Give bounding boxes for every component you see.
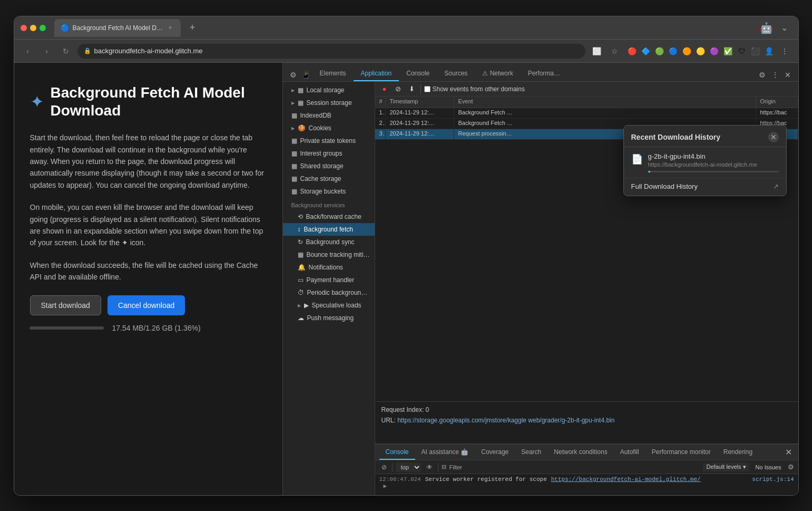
ext-icon-11[interactable]: 👤 (764, 45, 775, 57)
devtools-more-icon[interactable]: ⋮ (769, 69, 781, 81)
tab-application[interactable]: Application (354, 66, 399, 81)
forward-button[interactable]: › (40, 44, 54, 59)
full-history-link[interactable]: Full Download History (631, 182, 698, 190)
sidebar-item-cookies[interactable]: ▶ 🍪 Cookies (283, 122, 375, 134)
sidebar-item-local-storage[interactable]: ▶ ▦ Local storage (283, 84, 375, 97)
extension-icons: 🔴 🔷 🟢 🔵 🟠 🟡 🟣 ✅ 🛡 ⬛ 👤 ⋮ (627, 44, 792, 59)
devtools-sidebar: ▶ ▦ Local storage ▶ ▦ Session storage ▦ … (283, 82, 375, 496)
sidebar-item-shared-storage[interactable]: ▦ Shared storage (283, 160, 375, 172)
checkbox-text: Show events from other domains (433, 85, 525, 93)
context-selector[interactable]: top (396, 462, 421, 472)
sidebar-label: Periodic backgroun… (307, 289, 368, 296)
sidebar-item-bounce-tracking[interactable]: ▦ Bounce tracking miti… (283, 248, 375, 261)
browser-tab[interactable]: 🔵 Background Fetch AI Model D… × (54, 19, 181, 37)
ext-icon-10[interactable]: ⬛ (750, 45, 761, 57)
sidebar-item-background-sync[interactable]: ↻ Background sync (283, 236, 375, 248)
sidebar-item-session-storage[interactable]: ▶ ▦ Session storage (283, 97, 375, 109)
devtools-settings-icon[interactable]: ⚙ (287, 69, 300, 81)
row-event: Background Fetch … (454, 108, 756, 118)
sidebar-item-periodic-background[interactable]: ⏱ Periodic backgroun… (283, 286, 375, 299)
ext-icon-6[interactable]: 🟡 (695, 45, 707, 57)
expand-button[interactable]: ⌄ (777, 21, 792, 35)
sidebar-item-back-forward-cache[interactable]: ⟲ Back/forward cache (283, 210, 375, 223)
sidebar-label: Interest groups (300, 150, 343, 157)
ext-icon-3[interactable]: 🟢 (654, 45, 666, 57)
sidebar-item-notifications[interactable]: 🔔 Notifications (283, 261, 375, 274)
tab-performance-monitor[interactable]: Performance monitor (645, 445, 717, 460)
devtools-gear-icon[interactable]: ⚙ (756, 69, 769, 81)
console-link[interactable]: https://backgroundfetch-ai-model.glitch.… (551, 476, 701, 483)
record-button[interactable]: ● (379, 84, 390, 94)
payment-icon: ▭ (298, 276, 304, 284)
ext-icon-4[interactable]: 🔵 (668, 45, 679, 57)
cast-icon[interactable]: ⬜ (590, 44, 604, 59)
external-link-icon[interactable]: ↗ (773, 182, 779, 190)
sidebar-item-speculative-loads[interactable]: ▶ ▶ Speculative loads (283, 299, 375, 312)
tab-rendering[interactable]: Rendering (717, 445, 759, 460)
sidebar-item-push-messaging[interactable]: ☁ Push messaging (283, 312, 375, 324)
menu-button[interactable]: ⋮ (777, 44, 792, 59)
sidebar-item-interest-groups[interactable]: ▦ Interest groups (283, 147, 375, 160)
tab-autofill[interactable]: Autofill (614, 445, 645, 460)
tab-network[interactable]: ⚠ Network (475, 66, 520, 81)
ext-icon-5[interactable]: 🟠 (681, 45, 693, 57)
reload-button[interactable]: ↻ (58, 44, 73, 59)
popup-close-button[interactable]: ✕ (768, 132, 779, 142)
close-window-button[interactable] (21, 25, 27, 31)
eye-icon[interactable]: 👁 (424, 462, 435, 472)
col-timestamp: Timestamp (386, 97, 454, 108)
new-tab-button[interactable]: + (185, 21, 200, 35)
fullscreen-window-button[interactable] (40, 25, 46, 31)
back-button[interactable]: ‹ (21, 44, 35, 59)
console-clear-button[interactable]: ⊘ (379, 462, 389, 472)
ext-icon-9[interactable]: 🛡 (736, 45, 748, 57)
tab-network-conditions[interactable]: Network conditions (547, 445, 613, 460)
ext-icon-1[interactable]: 🔴 (627, 45, 638, 57)
col-origin: Origin (756, 97, 798, 108)
tab-console[interactable]: Console (379, 445, 415, 460)
tab-sources[interactable]: Sources (437, 66, 475, 81)
sidebar-label: Session storage (307, 99, 352, 107)
tab-elements[interactable]: Elements (312, 66, 354, 81)
console-close-button[interactable]: ✕ (783, 445, 794, 459)
periodic-icon: ⏱ (298, 289, 304, 296)
tab-console[interactable]: Console (399, 66, 437, 81)
console-source[interactable]: script.js:14 (752, 476, 794, 483)
tab-search[interactable]: Search (515, 445, 547, 460)
console-expand-arrow[interactable]: ▶ (379, 483, 794, 489)
download-item: 📄 g-2b-it-gpu-int4.bin https://backgroun… (624, 147, 786, 178)
sidebar-item-payment-handler[interactable]: ▭ Payment handler (283, 274, 375, 286)
event-row-1[interactable]: 1 2024-11-29 12:… Background Fetch … htt… (375, 108, 798, 119)
devtools-device-icon[interactable]: 📱 (300, 69, 312, 81)
download-button[interactable]: ⬇ (407, 84, 417, 94)
tab-close-button[interactable]: × (166, 24, 174, 32)
section-label: Background services (291, 202, 345, 208)
progress-text: 17.54 MB/1.26 GB (1.36%) (112, 324, 201, 332)
sidebar-item-background-fetch[interactable]: ↕ Background fetch (283, 223, 375, 236)
tab-performance[interactable]: Performa… (521, 66, 568, 81)
sidebar-item-cache-storage[interactable]: ▦ Cache storage (283, 172, 375, 185)
start-download-button[interactable]: Start download (30, 295, 101, 315)
show-other-domains-checkbox[interactable] (424, 86, 431, 92)
url-bar[interactable]: 🔒 backgroundfetch-ai-model.glitch.me (77, 44, 585, 59)
download-info: g-2b-it-gpu-int4.bin https://backgroundf… (648, 152, 779, 172)
clear-button[interactable]: ⊘ (393, 84, 404, 94)
tab-icon: 🔵 (61, 24, 70, 32)
sidebar-item-indexeddb[interactable]: ▦ IndexedDB (283, 109, 375, 122)
cancel-download-button[interactable]: Cancel download (107, 295, 185, 315)
bounce-icon: ▦ (298, 251, 304, 258)
ext-icon-2[interactable]: 🔷 (640, 45, 652, 57)
sidebar-item-private-state-tokens[interactable]: ▦ Private state tokens (283, 134, 375, 147)
show-other-domains-label: Show events from other domains (424, 85, 525, 93)
sidebar-item-storage-buckets[interactable]: ▦ Storage buckets (283, 185, 375, 198)
default-levels-selector[interactable]: Default levels ▾ (703, 462, 749, 471)
tab-ai-assistance[interactable]: AI assistance 🤖 (415, 445, 475, 460)
tab-coverage[interactable]: Coverage (475, 445, 515, 460)
ext-icon-7[interactable]: 🟣 (709, 45, 720, 57)
console-settings-icon[interactable]: ⚙ (788, 463, 794, 471)
star-icon[interactable]: ☆ (608, 44, 622, 59)
ext-icon-8[interactable]: ✅ (722, 45, 734, 57)
devtools-close-icon[interactable]: ✕ (781, 69, 794, 81)
progress-bar-background (30, 326, 104, 330)
minimize-window-button[interactable] (30, 25, 36, 31)
